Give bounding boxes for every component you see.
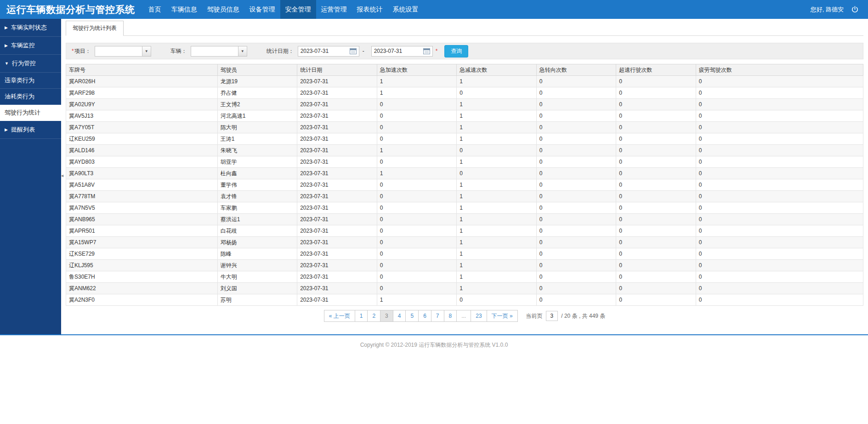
page-button-1[interactable]: 1 bbox=[355, 310, 368, 322]
calendar-icon[interactable] bbox=[423, 48, 430, 54]
table-cell: 0 bbox=[616, 133, 696, 145]
table-row-3[interactable]: 冀A02U9Y王文博22023-07-3101000 bbox=[66, 99, 863, 110]
nav-item-2[interactable]: 车辆信息 bbox=[166, 0, 202, 19]
page-button-6[interactable]: 6 bbox=[418, 310, 431, 322]
table-cell: 0 bbox=[696, 87, 863, 99]
table-row-6[interactable]: 辽KEU259王涛12023-07-3101000 bbox=[66, 133, 863, 145]
next-page-button[interactable]: 下一页 » bbox=[487, 310, 518, 322]
table-row-1[interactable]: 冀AR026H龙源192023-07-3111000 bbox=[66, 76, 863, 87]
nav-item-3[interactable]: 驾驶员信息 bbox=[202, 0, 244, 19]
dropdown-arrow-icon: ▼ bbox=[238, 46, 247, 56]
table-row-13[interactable]: 冀ANB965蔡洪运12023-07-3101000 bbox=[66, 214, 863, 225]
table-cell: 冀AV5J13 bbox=[66, 110, 218, 122]
page-button-4[interactable]: 4 bbox=[393, 310, 406, 322]
table-cell: 2023-07-31 bbox=[297, 237, 377, 248]
table-cell: 1 bbox=[457, 260, 537, 271]
table-cell: 0 bbox=[377, 156, 457, 168]
table-row-8[interactable]: 冀AYD803胡亚学2023-07-3101000 bbox=[66, 156, 863, 168]
table-cell: 0 bbox=[616, 202, 696, 214]
table-row-20[interactable]: 冀A2N3F0苏明2023-07-3110000 bbox=[66, 294, 863, 306]
sidebar-item-3-3[interactable]: 驾驶行为统计 bbox=[0, 105, 61, 121]
table-cell: 1 bbox=[377, 145, 457, 156]
sidebar-group-3[interactable]: ▼行为管控 bbox=[0, 55, 61, 73]
page-button-23[interactable]: 23 bbox=[471, 310, 487, 322]
table-row-16[interactable]: 辽KSE729陈峰2023-07-3101000 bbox=[66, 248, 863, 260]
table-header-row: 车牌号驾驶员统计日期急加速次数急减速次数急转向次数超速行驶次数疲劳驾驶次数 bbox=[66, 64, 863, 76]
nav-item-1[interactable]: 首页 bbox=[143, 0, 166, 19]
page-button-2[interactable]: 2 bbox=[367, 310, 380, 322]
table-cell: 冀A7Y05T bbox=[66, 122, 218, 133]
page-button-3[interactable]: 3 bbox=[380, 310, 393, 322]
table-cell: 0 bbox=[696, 271, 863, 283]
table-cell: 杜向鑫 bbox=[217, 168, 297, 179]
project-select[interactable]: ▼ bbox=[95, 46, 151, 57]
table-row-12[interactable]: 冀A7N5V5车家鹏2023-07-3101000 bbox=[66, 202, 863, 214]
table-row-5[interactable]: 冀A7Y05T陈大明2023-07-3101000 bbox=[66, 122, 863, 133]
sidebar-item-3-2[interactable]: 油耗类行为 bbox=[0, 89, 61, 105]
page-button-8[interactable]: 8 bbox=[444, 310, 457, 322]
table-cell: 1 bbox=[457, 110, 537, 122]
prev-page-button[interactable]: « 上一页 bbox=[324, 310, 355, 322]
page-button-7[interactable]: 7 bbox=[431, 310, 444, 322]
table-row-10[interactable]: 冀A51A8V董学伟2023-07-3101000 bbox=[66, 179, 863, 191]
vehicle-label: 车辆： bbox=[170, 47, 187, 55]
table-cell: 冀A15WP7 bbox=[66, 237, 218, 248]
filter-bar: * 项目： ▼ 车辆： ▼ 统计日期： 2023-07-31 bbox=[66, 43, 863, 59]
search-button[interactable]: 查询 bbox=[444, 45, 468, 57]
sidebar-group-4[interactable]: ▶提醒列表 bbox=[0, 121, 61, 139]
table-cell: 1 bbox=[457, 248, 537, 260]
table-row-17[interactable]: 辽KLJ595谢钟兴2023-07-3101000 bbox=[66, 260, 863, 271]
table-cell: 2023-07-31 bbox=[297, 179, 377, 191]
table-row-9[interactable]: 冀A90LT3杜向鑫2023-07-3110000 bbox=[66, 168, 863, 179]
sidebar-group-1[interactable]: ▶车辆实时状态 bbox=[0, 19, 61, 37]
table-cell: 牛大明 bbox=[217, 271, 297, 283]
nav-item-6[interactable]: 运营管理 bbox=[316, 0, 352, 19]
table-cell: 1 bbox=[457, 271, 537, 283]
table-row-7[interactable]: 冀ALD146朱晓飞2023-07-3110000 bbox=[66, 145, 863, 156]
table-row-2[interactable]: 冀ARF298乔占健2023-07-3110000 bbox=[66, 87, 863, 99]
nav-item-4[interactable]: 设备管理 bbox=[244, 0, 280, 19]
table-cell: 朱晓飞 bbox=[217, 145, 297, 156]
nav-item-5[interactable]: 安全管理 bbox=[280, 0, 316, 19]
calendar-icon[interactable] bbox=[350, 48, 357, 54]
date-from-input[interactable]: 2023-07-31 bbox=[298, 46, 359, 57]
page-button-5[interactable]: 5 bbox=[405, 310, 419, 322]
table-cell: 0 bbox=[616, 214, 696, 225]
table-cell: 0 bbox=[536, 214, 616, 225]
current-page-input[interactable]: 3 bbox=[546, 311, 558, 321]
sidebar-group-label: 行为管控 bbox=[12, 59, 36, 68]
table-row-4[interactable]: 冀AV5J13河北高速12023-07-3101000 bbox=[66, 110, 863, 122]
nav-item-7[interactable]: 报表统计 bbox=[352, 0, 388, 19]
current-page-label: 当前页 bbox=[526, 312, 543, 320]
table-cell: 冀A90LT3 bbox=[66, 168, 218, 179]
table-row-15[interactable]: 冀A15WP7邓杨扬2023-07-3101000 bbox=[66, 237, 863, 248]
table-cell: 1 bbox=[377, 76, 457, 87]
table-row-11[interactable]: 冀A778TM袁才锋2023-07-3101000 bbox=[66, 191, 863, 202]
tab-driving-behavior-stats[interactable]: 驾驶行为统计列表 bbox=[66, 21, 124, 36]
table-row-18[interactable]: 鲁S30E7H牛大明2023-07-3101000 bbox=[66, 271, 863, 283]
table-cell: 1 bbox=[457, 191, 537, 202]
table-cell: 0 bbox=[616, 156, 696, 168]
date-to-input[interactable]: 2023-07-31 bbox=[371, 46, 433, 57]
power-icon[interactable] bbox=[851, 6, 859, 13]
table-cell: 0 bbox=[696, 191, 863, 202]
pagination: « 上一页12345678...23下一页 » 当前页 3 / 20 条 , 共… bbox=[66, 310, 863, 322]
table-cell: 0 bbox=[696, 99, 863, 110]
table-cell: 0 bbox=[536, 260, 616, 271]
table-cell: 2023-07-31 bbox=[297, 87, 377, 99]
table-cell: 0 bbox=[696, 214, 863, 225]
table-row-14[interactable]: 冀APR501白花歧2023-07-3101000 bbox=[66, 225, 863, 237]
table-cell: 1 bbox=[377, 168, 457, 179]
nav-item-8[interactable]: 系统设置 bbox=[388, 0, 424, 19]
table-cell: 0 bbox=[616, 87, 696, 99]
sidebar-collapse-icon[interactable]: ◄ bbox=[60, 172, 64, 179]
table-cell: 龙源19 bbox=[217, 76, 297, 87]
sidebar-item-3-1[interactable]: 违章类行为 bbox=[0, 73, 61, 89]
table-cell: 0 bbox=[536, 133, 616, 145]
vehicle-select[interactable]: ▼ bbox=[191, 46, 247, 57]
table-row-19[interactable]: 冀ANM622刘义国2023-07-3101000 bbox=[66, 283, 863, 294]
sidebar-group-2[interactable]: ▶车辆监控 bbox=[0, 37, 61, 55]
table-body: 冀AR026H龙源192023-07-3111000冀ARF298乔占健2023… bbox=[66, 76, 863, 306]
table-cell: 2023-07-31 bbox=[297, 122, 377, 133]
page-ellipsis: ... bbox=[456, 310, 471, 322]
